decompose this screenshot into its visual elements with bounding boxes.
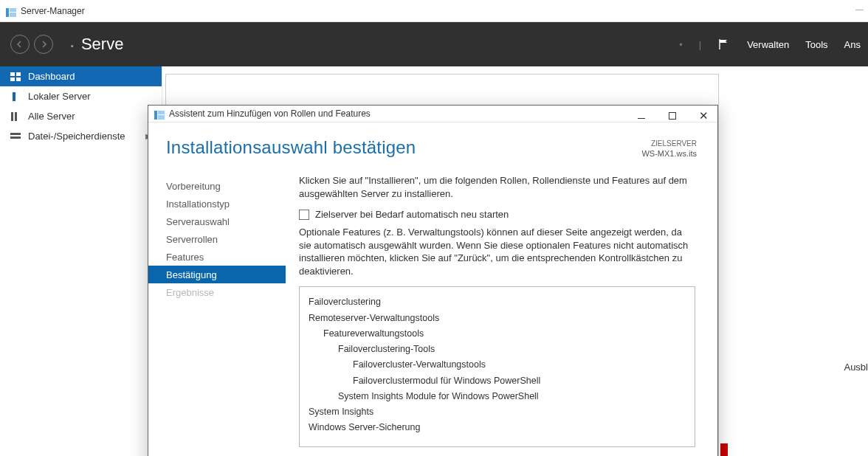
server-manager-icon <box>154 109 165 118</box>
main-window-controls: — <box>855 4 864 13</box>
selection-item: System Insights Module for Windows Power… <box>309 389 686 404</box>
auto-restart-label: Zielserver bei Bedarf automatisch neu st… <box>315 209 509 220</box>
svg-rect-7 <box>13 92 16 101</box>
intro-text: Klicken Sie auf "Installieren", um die f… <box>299 174 695 200</box>
breadcrumb: Serve <box>81 35 123 54</box>
main-minimize-icon[interactable]: — <box>855 4 864 13</box>
menu-tools[interactable]: Tools <box>805 39 827 50</box>
auto-restart-checkbox[interactable] <box>299 210 309 220</box>
selection-item: Failoverclustering <box>309 294 686 310</box>
svg-rect-8 <box>11 112 13 121</box>
destination-label: ZIELSERVER <box>641 139 697 149</box>
wizard-content: Klicken Sie auf "Installieren", um die f… <box>286 171 717 456</box>
selection-item: Windows Server-Sicherung <box>309 420 686 435</box>
nav-forward-button[interactable] <box>34 35 53 54</box>
sidebar-item-alle-server[interactable]: Alle Server <box>0 106 162 126</box>
svg-rect-3 <box>10 72 15 76</box>
optional-note: Optionale Features (z. B. Verwaltungstoo… <box>299 226 695 277</box>
sidebar-item-label: Dashboard <box>28 71 75 82</box>
svg-rect-13 <box>158 111 165 114</box>
destination-server: ZIELSERVER WS-MX1.ws.its <box>641 137 697 159</box>
flag-icon[interactable] <box>717 38 731 51</box>
sidebar-item-label: Lokaler Server <box>28 91 91 102</box>
svg-rect-1 <box>10 8 16 12</box>
step-serverauswahl[interactable]: Serverauswahl <box>148 213 286 230</box>
nav-back-button[interactable] <box>10 35 30 54</box>
svg-rect-0 <box>6 8 9 17</box>
selection-item: System Insights <box>309 404 686 420</box>
svg-rect-4 <box>16 72 21 76</box>
step-installationstyp[interactable]: Installationstyp <box>148 195 286 213</box>
step-vorbereitung[interactable]: Vorbereitung <box>148 177 286 195</box>
selection-item: Featureverwaltungstools <box>309 326 686 342</box>
step-serverrollen[interactable]: Serverrollen <box>148 230 286 248</box>
selection-item: Failoverclustermodul für Windows PowerSh… <box>309 373 686 389</box>
svg-rect-11 <box>10 137 21 139</box>
sidebar-item-label: Datei-/Speicherdienste <box>28 131 125 142</box>
step-ergebnisse: Ergebnisse <box>148 283 286 301</box>
destination-value: WS-MX1.ws.its <box>641 148 697 159</box>
svg-rect-14 <box>158 115 165 120</box>
svg-rect-12 <box>154 111 157 120</box>
header-bar: ▪ Serve • | Verwalten Tools Ans <box>0 22 868 66</box>
selection-item: Failovercluster-Verwaltungstools <box>309 357 686 373</box>
sidebar-item-speicherdienste[interactable]: Datei-/Speicherdienste ▶ <box>0 126 162 146</box>
sidebar-item-dashboard[interactable]: Dashboard <box>0 66 162 86</box>
storage-icon <box>10 132 21 141</box>
selection-box: Failoverclustering Remoteserver-Verwaltu… <box>299 286 695 446</box>
servers-icon <box>10 112 21 121</box>
selection-item: Remoteserver-Verwaltungstools <box>309 311 686 326</box>
selection-item: Failoverclustering-Tools <box>309 342 686 357</box>
svg-rect-2 <box>10 13 16 17</box>
svg-rect-5 <box>10 77 15 81</box>
breadcrumb-bullet: ▪ <box>71 38 74 50</box>
main-window-titlebar: Server-Manager — <box>0 0 868 22</box>
ausblenden-label[interactable]: Ausbl <box>844 362 868 373</box>
sidebar-item-label: Alle Server <box>28 111 75 122</box>
wizard-close-button[interactable]: ✕ <box>694 108 713 123</box>
wizard-heading: Installationsauswahl bestätigen <box>166 137 416 158</box>
main-window-title: Server-Manager <box>21 6 85 16</box>
sidebar: Dashboard Lokaler Server Alle Server Dat… <box>0 66 162 456</box>
dashboard-icon <box>10 72 21 81</box>
server-icon <box>10 92 21 101</box>
server-manager-icon <box>6 7 16 15</box>
step-bestaetigung[interactable]: Bestätigung <box>148 266 286 283</box>
menu-ans[interactable]: Ans <box>844 39 861 50</box>
wizard-titlebar: Assistent zum Hinzufügen von Rollen und … <box>148 106 717 122</box>
wizard-minimize-button[interactable] <box>632 108 651 123</box>
step-features[interactable]: Features <box>148 248 286 266</box>
svg-rect-9 <box>15 112 17 121</box>
menu-verwalten[interactable]: Verwalten <box>747 39 789 50</box>
wizard-window: Assistent zum Hinzufügen von Rollen und … <box>148 105 718 456</box>
svg-rect-10 <box>10 133 21 135</box>
wizard-steps: Vorbereitung Installationstyp Serverausw… <box>148 171 286 456</box>
wizard-title: Assistent zum Hinzufügen von Rollen und … <box>169 108 371 119</box>
alert-strip <box>720 443 728 456</box>
header-menu: • | Verwalten Tools Ans <box>679 22 861 66</box>
wizard-maximize-button[interactable] <box>663 108 682 123</box>
sidebar-item-lokaler-server[interactable]: Lokaler Server <box>0 86 162 106</box>
svg-rect-6 <box>16 77 21 81</box>
